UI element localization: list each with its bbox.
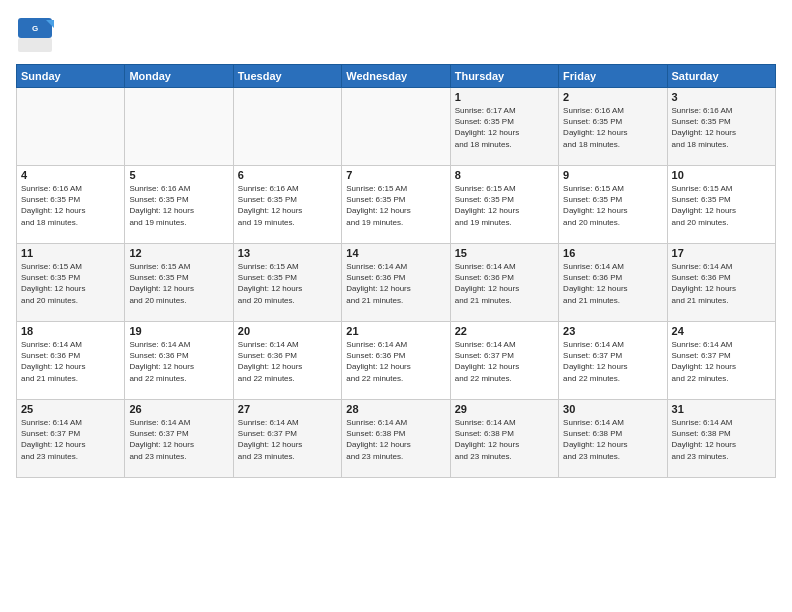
- day-info: Sunrise: 6:16 AM Sunset: 6:35 PM Dayligh…: [21, 183, 120, 228]
- day-number: 4: [21, 169, 120, 181]
- day-cell: 6Sunrise: 6:16 AM Sunset: 6:35 PM Daylig…: [233, 166, 341, 244]
- day-cell: 31Sunrise: 6:14 AM Sunset: 6:38 PM Dayli…: [667, 400, 775, 478]
- day-number: 27: [238, 403, 337, 415]
- day-info: Sunrise: 6:15 AM Sunset: 6:35 PM Dayligh…: [21, 261, 120, 306]
- day-info: Sunrise: 6:17 AM Sunset: 6:35 PM Dayligh…: [455, 105, 554, 150]
- calendar-body: 1Sunrise: 6:17 AM Sunset: 6:35 PM Daylig…: [17, 88, 776, 478]
- day-number: 19: [129, 325, 228, 337]
- day-cell: 21Sunrise: 6:14 AM Sunset: 6:36 PM Dayli…: [342, 322, 450, 400]
- weekday-sunday: Sunday: [17, 65, 125, 88]
- calendar-page: G SundayMondayTuesdayWednesdayThursdayFr…: [0, 0, 792, 612]
- calendar-header: SundayMondayTuesdayWednesdayThursdayFrid…: [17, 65, 776, 88]
- day-cell: 27Sunrise: 6:14 AM Sunset: 6:37 PM Dayli…: [233, 400, 341, 478]
- day-info: Sunrise: 6:14 AM Sunset: 6:38 PM Dayligh…: [455, 417, 554, 462]
- day-number: 29: [455, 403, 554, 415]
- day-cell: 8Sunrise: 6:15 AM Sunset: 6:35 PM Daylig…: [450, 166, 558, 244]
- day-info: Sunrise: 6:14 AM Sunset: 6:38 PM Dayligh…: [346, 417, 445, 462]
- day-number: 7: [346, 169, 445, 181]
- day-cell: 30Sunrise: 6:14 AM Sunset: 6:38 PM Dayli…: [559, 400, 667, 478]
- day-cell: 29Sunrise: 6:14 AM Sunset: 6:38 PM Dayli…: [450, 400, 558, 478]
- day-info: Sunrise: 6:15 AM Sunset: 6:35 PM Dayligh…: [238, 261, 337, 306]
- day-number: 17: [672, 247, 771, 259]
- day-info: Sunrise: 6:14 AM Sunset: 6:36 PM Dayligh…: [563, 261, 662, 306]
- week-row-5: 25Sunrise: 6:14 AM Sunset: 6:37 PM Dayli…: [17, 400, 776, 478]
- day-cell: 10Sunrise: 6:15 AM Sunset: 6:35 PM Dayli…: [667, 166, 775, 244]
- day-info: Sunrise: 6:14 AM Sunset: 6:36 PM Dayligh…: [672, 261, 771, 306]
- day-number: 12: [129, 247, 228, 259]
- week-row-2: 4Sunrise: 6:16 AM Sunset: 6:35 PM Daylig…: [17, 166, 776, 244]
- day-cell: 7Sunrise: 6:15 AM Sunset: 6:35 PM Daylig…: [342, 166, 450, 244]
- day-cell: 24Sunrise: 6:14 AM Sunset: 6:37 PM Dayli…: [667, 322, 775, 400]
- day-info: Sunrise: 6:15 AM Sunset: 6:35 PM Dayligh…: [563, 183, 662, 228]
- day-cell: 22Sunrise: 6:14 AM Sunset: 6:37 PM Dayli…: [450, 322, 558, 400]
- day-number: 10: [672, 169, 771, 181]
- day-number: 15: [455, 247, 554, 259]
- day-number: 13: [238, 247, 337, 259]
- day-number: 26: [129, 403, 228, 415]
- day-number: 20: [238, 325, 337, 337]
- day-info: Sunrise: 6:14 AM Sunset: 6:36 PM Dayligh…: [129, 339, 228, 384]
- day-info: Sunrise: 6:14 AM Sunset: 6:37 PM Dayligh…: [563, 339, 662, 384]
- day-info: Sunrise: 6:15 AM Sunset: 6:35 PM Dayligh…: [346, 183, 445, 228]
- day-number: 24: [672, 325, 771, 337]
- day-info: Sunrise: 6:14 AM Sunset: 6:36 PM Dayligh…: [346, 339, 445, 384]
- day-number: 1: [455, 91, 554, 103]
- day-cell: 3Sunrise: 6:16 AM Sunset: 6:35 PM Daylig…: [667, 88, 775, 166]
- day-number: 11: [21, 247, 120, 259]
- day-cell: 2Sunrise: 6:16 AM Sunset: 6:35 PM Daylig…: [559, 88, 667, 166]
- day-cell: 12Sunrise: 6:15 AM Sunset: 6:35 PM Dayli…: [125, 244, 233, 322]
- day-cell: 16Sunrise: 6:14 AM Sunset: 6:36 PM Dayli…: [559, 244, 667, 322]
- day-info: Sunrise: 6:14 AM Sunset: 6:38 PM Dayligh…: [563, 417, 662, 462]
- weekday-row: SundayMondayTuesdayWednesdayThursdayFrid…: [17, 65, 776, 88]
- calendar-table: SundayMondayTuesdayWednesdayThursdayFrid…: [16, 64, 776, 478]
- day-info: Sunrise: 6:14 AM Sunset: 6:37 PM Dayligh…: [455, 339, 554, 384]
- day-cell: 20Sunrise: 6:14 AM Sunset: 6:36 PM Dayli…: [233, 322, 341, 400]
- svg-text:G: G: [32, 24, 38, 33]
- day-cell: 17Sunrise: 6:14 AM Sunset: 6:36 PM Dayli…: [667, 244, 775, 322]
- day-number: 2: [563, 91, 662, 103]
- day-number: 23: [563, 325, 662, 337]
- day-info: Sunrise: 6:14 AM Sunset: 6:37 PM Dayligh…: [672, 339, 771, 384]
- day-cell: 28Sunrise: 6:14 AM Sunset: 6:38 PM Dayli…: [342, 400, 450, 478]
- day-cell: 5Sunrise: 6:16 AM Sunset: 6:35 PM Daylig…: [125, 166, 233, 244]
- day-info: Sunrise: 6:14 AM Sunset: 6:38 PM Dayligh…: [672, 417, 771, 462]
- day-number: 14: [346, 247, 445, 259]
- day-info: Sunrise: 6:14 AM Sunset: 6:37 PM Dayligh…: [129, 417, 228, 462]
- day-number: 25: [21, 403, 120, 415]
- weekday-tuesday: Tuesday: [233, 65, 341, 88]
- day-info: Sunrise: 6:15 AM Sunset: 6:35 PM Dayligh…: [455, 183, 554, 228]
- day-info: Sunrise: 6:15 AM Sunset: 6:35 PM Dayligh…: [672, 183, 771, 228]
- day-cell: 11Sunrise: 6:15 AM Sunset: 6:35 PM Dayli…: [17, 244, 125, 322]
- day-cell: 14Sunrise: 6:14 AM Sunset: 6:36 PM Dayli…: [342, 244, 450, 322]
- day-number: 16: [563, 247, 662, 259]
- day-info: Sunrise: 6:14 AM Sunset: 6:36 PM Dayligh…: [455, 261, 554, 306]
- day-number: 6: [238, 169, 337, 181]
- weekday-monday: Monday: [125, 65, 233, 88]
- weekday-friday: Friday: [559, 65, 667, 88]
- page-header: G: [16, 16, 776, 54]
- day-info: Sunrise: 6:16 AM Sunset: 6:35 PM Dayligh…: [129, 183, 228, 228]
- day-info: Sunrise: 6:16 AM Sunset: 6:35 PM Dayligh…: [672, 105, 771, 150]
- day-cell: 23Sunrise: 6:14 AM Sunset: 6:37 PM Dayli…: [559, 322, 667, 400]
- day-number: 5: [129, 169, 228, 181]
- day-number: 28: [346, 403, 445, 415]
- day-info: Sunrise: 6:14 AM Sunset: 6:37 PM Dayligh…: [21, 417, 120, 462]
- day-cell: 25Sunrise: 6:14 AM Sunset: 6:37 PM Dayli…: [17, 400, 125, 478]
- day-number: 18: [21, 325, 120, 337]
- day-number: 30: [563, 403, 662, 415]
- weekday-wednesday: Wednesday: [342, 65, 450, 88]
- day-cell: 1Sunrise: 6:17 AM Sunset: 6:35 PM Daylig…: [450, 88, 558, 166]
- day-cell: 4Sunrise: 6:16 AM Sunset: 6:35 PM Daylig…: [17, 166, 125, 244]
- day-cell: 18Sunrise: 6:14 AM Sunset: 6:36 PM Dayli…: [17, 322, 125, 400]
- day-number: 8: [455, 169, 554, 181]
- day-info: Sunrise: 6:15 AM Sunset: 6:35 PM Dayligh…: [129, 261, 228, 306]
- day-cell: 26Sunrise: 6:14 AM Sunset: 6:37 PM Dayli…: [125, 400, 233, 478]
- day-info: Sunrise: 6:14 AM Sunset: 6:36 PM Dayligh…: [346, 261, 445, 306]
- week-row-1: 1Sunrise: 6:17 AM Sunset: 6:35 PM Daylig…: [17, 88, 776, 166]
- day-cell: 13Sunrise: 6:15 AM Sunset: 6:35 PM Dayli…: [233, 244, 341, 322]
- day-number: 21: [346, 325, 445, 337]
- day-info: Sunrise: 6:14 AM Sunset: 6:36 PM Dayligh…: [21, 339, 120, 384]
- day-info: Sunrise: 6:14 AM Sunset: 6:37 PM Dayligh…: [238, 417, 337, 462]
- day-cell: [233, 88, 341, 166]
- day-info: Sunrise: 6:16 AM Sunset: 6:35 PM Dayligh…: [238, 183, 337, 228]
